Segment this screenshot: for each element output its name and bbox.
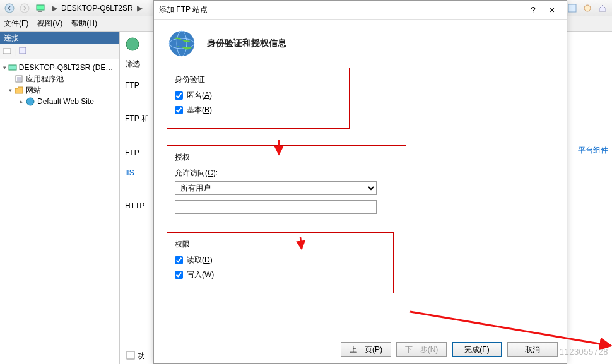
svg-rect-3 (38, 11, 42, 12)
tree-app-pool[interactable]: 应用程序池 (1, 73, 118, 85)
filter-label: 筛选 (125, 59, 140, 68)
anonymous-checkbox[interactable] (175, 91, 183, 100)
tool-icon-1[interactable] (565, 2, 579, 15)
read-checkbox[interactable] (175, 256, 183, 264)
dialog-footer: 上一页(P) 下一步(N) 完成(F) 取消 (341, 342, 558, 357)
tree-server-node[interactable]: ▾ DESKTOP-Q6LT2SR (DESKTOP (1, 62, 118, 73)
svg-point-5 (584, 5, 591, 11)
app-pool-icon (14, 74, 24, 84)
write-checkbox[interactable] (175, 271, 183, 279)
server-icon (35, 3, 45, 13)
perm-legend: 权限 (175, 239, 385, 250)
home-icon[interactable] (596, 2, 609, 15)
auth-legend: 身份验证 (175, 74, 341, 85)
watermark: 1123055728 (560, 347, 608, 356)
write-label: 写入(W) (187, 269, 214, 280)
allow-access-select[interactable]: 所有用户 (175, 181, 377, 195)
connections-tree: ▾ DESKTOP-Q6LT2SR (DESKTOP 应用程序池 ▾ 网站 ▸ … (0, 59, 119, 110)
next-button: 下一步(N) (396, 342, 447, 357)
basic-checkbox-row[interactable]: 基本(B) (175, 105, 341, 115)
auth-fieldset: 身份验证 匿名(A) 基本(B) (167, 68, 350, 129)
tree-sites[interactable]: ▾ 网站 (1, 85, 118, 96)
tool-icon-2[interactable] (580, 2, 594, 15)
expand-icon[interactable]: ▸ (18, 98, 25, 105)
svg-point-14 (169, 31, 194, 56)
dialog-titlebar: 添加 FTP 站点 ? × (154, 1, 567, 20)
authz-text-input[interactable] (175, 200, 377, 214)
collapse-icon[interactable]: ▾ (6, 87, 14, 93)
svg-point-12 (126, 38, 139, 50)
svg-rect-10 (17, 77, 21, 81)
globe-icon (25, 97, 35, 107)
basic-label: 基本(B) (187, 105, 212, 115)
tree-server-label: DESKTOP-Q6LT2SR (DESKTOP (19, 63, 118, 72)
close-button[interactable]: × (543, 5, 562, 15)
right-link[interactable]: 平台组件 (578, 145, 608, 156)
perm-fieldset: 权限 读取(D) 写入(W) (167, 232, 394, 293)
svg-rect-2 (37, 5, 44, 10)
menu-help[interactable]: 帮助(H) (71, 18, 97, 29)
folder-icon (14, 85, 24, 95)
cancel-button[interactable]: 取消 (507, 342, 558, 357)
menu-view[interactable]: 视图(V) (37, 18, 62, 29)
anonymous-label: 匿名(A) (187, 90, 212, 101)
svg-point-11 (26, 98, 34, 105)
authz-fieldset: 授权 允许访问(C): 所有用户 (167, 145, 406, 223)
help-button[interactable]: ? (524, 5, 543, 15)
bottom-label: 功 (138, 351, 145, 361)
tree-sites-label: 网站 (26, 85, 41, 96)
main-icon (125, 37, 140, 54)
forward-icon (20, 3, 30, 13)
breadcrumb-chevron-2: ▶ (137, 4, 143, 13)
conn-tool-icon-2[interactable] (18, 46, 27, 57)
read-checkbox-row[interactable]: 读取(D) (175, 255, 385, 266)
tree-app-pool-label: 应用程序池 (26, 74, 64, 85)
tree-default-site[interactable]: ▸ Default Web Site (1, 96, 118, 107)
bottom-status: 功 (126, 351, 145, 361)
prev-button[interactable]: 上一页(P) (341, 342, 391, 357)
allow-access-label: 允许访问(C): (175, 168, 398, 179)
dialog-heading: 身份验证和授权信息 (207, 38, 286, 49)
svg-rect-6 (3, 49, 11, 54)
connections-header: 连接 (0, 32, 119, 44)
write-checkbox-row[interactable]: 写入(W) (175, 269, 385, 280)
globe-large-icon (167, 28, 197, 59)
svg-point-1 (20, 4, 29, 13)
add-ftp-site-dialog: 添加 FTP 站点 ? × 身份验证和授权信息 身份验证 匿名(A) 基本(B)… (153, 0, 567, 364)
dialog-title: 添加 FTP 站点 (159, 4, 524, 15)
forward-button[interactable] (18, 2, 32, 15)
authz-legend: 授权 (175, 152, 398, 163)
breadcrumb-chevron: ▶ (52, 4, 57, 13)
svg-rect-7 (20, 47, 26, 54)
back-icon (4, 3, 15, 13)
collapse-icon[interactable]: ▾ (1, 64, 8, 71)
breadcrumb-root[interactable]: DESKTOP-Q6LT2SR (61, 4, 133, 13)
conn-tool-icon[interactable] (3, 46, 11, 57)
basic-checkbox[interactable] (175, 106, 183, 114)
finish-button[interactable]: 完成(F) (452, 342, 502, 357)
menu-file[interactable]: 文件(F) (4, 18, 28, 29)
dialog-header: 身份验证和授权信息 (154, 20, 567, 68)
svg-rect-4 (568, 4, 576, 12)
svg-point-0 (5, 4, 14, 13)
server-icon (8, 62, 17, 73)
connections-panel: 连接 | ▾ DESKTOP-Q6LT2SR (DESKTOP 应用程序池 ▾ … (0, 32, 120, 364)
back-button[interactable] (3, 2, 16, 15)
svg-rect-8 (9, 65, 16, 70)
dialog-body: 身份验证 匿名(A) 基本(B) 授权 允许访问(C): 所有用户 权限 (154, 68, 567, 293)
anonymous-checkbox-row[interactable]: 匿名(A) (175, 90, 341, 101)
read-label: 读取(D) (187, 255, 213, 266)
connections-toolbar: | (0, 44, 119, 59)
svg-rect-13 (127, 351, 134, 359)
tree-default-site-label: Default Web Site (37, 97, 94, 106)
status-icon (126, 351, 135, 361)
